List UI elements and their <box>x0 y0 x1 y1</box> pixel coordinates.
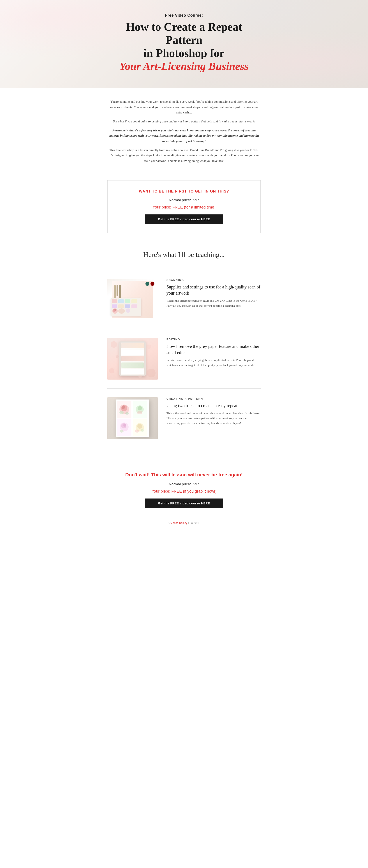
cta-top-headline: WANT TO BE THE FIRST TO GET IN ON THIS? <box>121 189 247 194</box>
palette-svg <box>111 298 141 316</box>
svg-point-25 <box>125 412 129 414</box>
lesson-image-pattern <box>107 397 158 439</box>
svg-rect-5 <box>112 305 117 308</box>
svg-rect-2 <box>118 300 124 303</box>
cta-bottom-normal-price: Normal price: $97 <box>107 482 261 487</box>
scan-palette <box>111 298 141 316</box>
footer-suffix: LLC 2019 <box>187 522 200 525</box>
lesson-item-scanning: SCANNING Supplies and settings to use fo… <box>107 270 261 329</box>
cta-bottom-headline: Don't wait! This will lesson will never … <box>107 472 261 478</box>
svg-rect-8 <box>131 305 137 308</box>
teaching-title: Here's what I'll be teaching... <box>107 251 261 259</box>
footer-copyright: © <box>168 522 171 525</box>
scan-paint-dots <box>146 282 154 286</box>
intro-p2: But what if you could paint something on… <box>107 119 261 124</box>
lesson-category-scanning: SCANNING <box>166 279 261 282</box>
normal-price-value: $97 <box>193 198 199 202</box>
svg-rect-6 <box>118 305 124 308</box>
footer-brand-link[interactable]: Jenna Rainey <box>171 522 187 525</box>
lesson-image-scanning <box>107 279 158 320</box>
hero-title-line2: in Photoshop for <box>144 47 224 59</box>
hero-content: Free Video Course: How to Create a Repea… <box>107 0 261 88</box>
intro-p1: You're painting and posting your work to… <box>107 99 261 115</box>
hero-title-line1: How to Create a Repeat Pattern <box>126 21 242 46</box>
tablet-row3 <box>121 356 144 362</box>
lesson-desc-scanning: What's the difference between RGB and CM… <box>166 298 261 308</box>
svg-point-28 <box>137 406 142 410</box>
dot-red <box>151 282 154 286</box>
svg-point-38 <box>135 430 139 433</box>
edit-tablet-screen <box>121 343 144 375</box>
lesson-text-editing: EDITING How I remove the grey paper text… <box>166 338 261 368</box>
lesson-title-scanning: Supplies and settings to use for a high-… <box>166 284 261 296</box>
lesson-desc-pattern: This is the bread and butter of being ab… <box>166 411 261 426</box>
svg-point-13 <box>126 308 130 313</box>
svg-point-24 <box>119 411 124 414</box>
lesson-category-editing: EDITING <box>166 338 261 341</box>
svg-rect-4 <box>131 300 137 303</box>
brush1 <box>114 285 116 298</box>
tablet-row5 <box>121 369 144 374</box>
tablet-row1 <box>121 343 144 348</box>
svg-rect-7 <box>125 305 130 308</box>
lesson-image-editing <box>107 338 158 379</box>
lesson-title-pattern: Using two tricks to create an easy repea… <box>166 403 261 409</box>
lesson-category-pattern: CREATING A PATTERN <box>166 397 261 400</box>
svg-point-17 <box>109 368 114 373</box>
lesson-text-scanning: SCANNING Supplies and settings to use fo… <box>166 279 261 308</box>
svg-point-11 <box>114 309 117 311</box>
svg-point-39 <box>141 429 144 432</box>
cta-top-button[interactable]: Get the FREE video course HERE <box>145 214 223 224</box>
svg-rect-3 <box>125 300 130 303</box>
svg-point-16 <box>147 344 151 349</box>
hero-subtitle: Free Video Course: <box>116 13 252 18</box>
main-content: You're painting and posting your work to… <box>101 88 267 517</box>
brush3 <box>119 285 121 300</box>
pattern-cell-1 <box>117 401 131 418</box>
brush2 <box>117 285 118 296</box>
cta-bottom-section: Don't wait! This will lesson will never … <box>107 459 261 517</box>
svg-point-19 <box>116 355 119 358</box>
footer: © Jenna Rainey LLC 2019 <box>0 517 368 529</box>
lesson-item-pattern: CREATING A PATTERN Using two tricks to c… <box>107 388 261 448</box>
normal-price-label: Normal price: <box>169 198 191 202</box>
lesson-item-editing: EDITING How I remove the grey paper text… <box>107 329 261 388</box>
lesson-title-editing: How I remove the grey paper texture and … <box>166 343 261 355</box>
hero-title: How to Create a Repeat Pattern in Photos… <box>116 20 252 73</box>
tablet-row4 <box>121 363 144 368</box>
dot-teal <box>146 282 149 286</box>
scan-brushes <box>114 285 121 300</box>
svg-point-33 <box>123 424 126 427</box>
tablet-row2 <box>121 349 144 355</box>
cta-top-normal-price: Normal price: $97 <box>121 198 247 203</box>
svg-point-23 <box>122 405 125 409</box>
pattern-cell-2 <box>133 401 147 418</box>
svg-point-34 <box>120 430 124 433</box>
teaching-section: Here's what I'll be teaching... <box>107 240 261 459</box>
pattern-cell-3 <box>117 418 131 436</box>
pattern-preview-box <box>116 400 149 437</box>
cta-bottom-button[interactable]: Get the FREE video course HERE <box>145 498 223 508</box>
cta-top-box: WANT TO BE THE FIRST TO GET IN ON THIS? … <box>107 180 261 233</box>
lesson-desc-editing: In this lesson, I'm demystifying those c… <box>166 358 261 368</box>
svg-point-37 <box>137 424 142 429</box>
edit-tablet <box>119 341 146 376</box>
bottom-normal-price-value: $97 <box>193 482 199 486</box>
bottom-normal-price-label: Normal price: <box>169 482 191 486</box>
hero-section: Free Video Course: How to Create a Repea… <box>0 0 368 88</box>
pattern-cell-4 <box>133 418 147 436</box>
intro-section: You're painting and posting your work to… <box>107 88 261 174</box>
lesson-text-pattern: CREATING A PATTERN Using two tricks to c… <box>166 397 261 426</box>
cta-bottom-your-price: Your price: FREE (if you grab it now!) <box>107 489 261 494</box>
hero-title-accent: Your Art-Licensing Business <box>119 60 249 72</box>
intro-p3: Fortunately, there's a few easy tricks y… <box>107 128 261 144</box>
svg-point-15 <box>147 369 156 377</box>
svg-rect-1 <box>112 300 117 303</box>
cta-top-your-price: Your price: FREE (for a limited time) <box>121 205 247 210</box>
svg-point-29 <box>137 411 142 414</box>
svg-point-12 <box>118 308 125 314</box>
intro-p4: This free workshop is a lesson directly … <box>107 147 261 164</box>
svg-point-14 <box>111 341 117 348</box>
